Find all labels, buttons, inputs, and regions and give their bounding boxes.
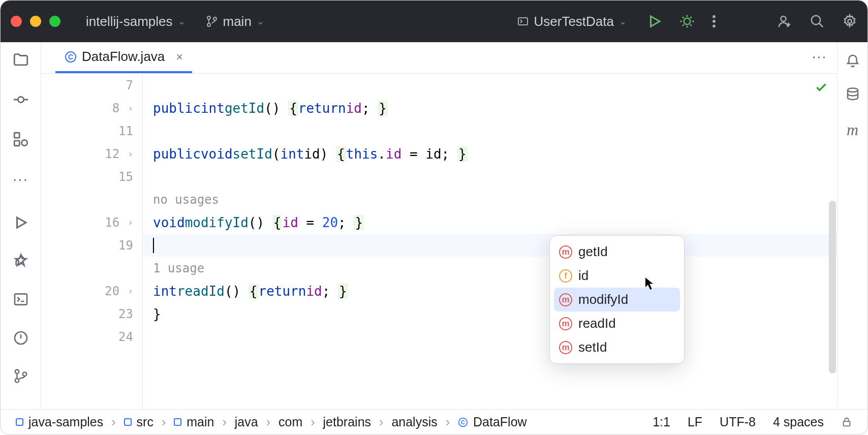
gutter: 7 8› 11 12› 15 16› 19 20› 23 24 — [41, 74, 143, 409]
left-tool-strip: ··· — [1, 42, 41, 409]
build-icon[interactable] — [13, 253, 29, 269]
readonly-icon[interactable] — [841, 417, 852, 428]
line-number: 24 — [118, 330, 133, 344]
svg-point-11 — [18, 97, 23, 102]
vcs-icon[interactable] — [13, 368, 28, 384]
current-line — [143, 234, 837, 257]
line-separator[interactable]: LF — [688, 415, 702, 429]
crumb-label: analysis — [391, 415, 437, 429]
inspection-ok-icon[interactable] — [815, 81, 828, 94]
line-number: 11 — [118, 124, 133, 138]
minimize-window-icon[interactable] — [30, 16, 41, 27]
more-icon[interactable] — [712, 14, 716, 28]
branch-dropdown[interactable]: main ⌄ — [201, 11, 269, 33]
structure-icon[interactable] — [12, 131, 29, 148]
caret-icon — [153, 238, 154, 253]
code-content[interactable]: public int getId() { return id; } public… — [143, 74, 837, 409]
add-user-icon[interactable] — [777, 14, 792, 29]
crumb-label: main — [187, 415, 214, 429]
svg-rect-15 — [15, 294, 27, 304]
right-tool-strip: m — [837, 42, 867, 409]
method-name: modifyId — [185, 215, 249, 230]
keyword: void — [201, 146, 233, 162]
line-number: 19 — [118, 238, 133, 253]
database-icon[interactable] — [845, 87, 860, 102]
run-config-dropdown[interactable]: UserTestData ⌄ — [512, 11, 632, 33]
title-bar: intellij-samples ⌄ main ⌄ UserTestData ⌄ — [1, 1, 867, 42]
popup-item-label: readId — [578, 316, 616, 331]
window-controls — [11, 16, 60, 27]
terminal-icon[interactable] — [13, 291, 29, 307]
fold-icon[interactable]: › — [128, 103, 133, 113]
crumb-label: src — [137, 415, 153, 429]
svg-point-10 — [848, 19, 852, 23]
line-number: 8 — [112, 101, 119, 115]
line-number: 15 — [118, 170, 133, 184]
method-icon: m — [559, 293, 572, 306]
svg-rect-3 — [518, 18, 528, 25]
cursor-position[interactable]: 1:1 — [653, 415, 670, 429]
status-bar: java-samples › src › main › java › com ›… — [1, 409, 867, 434]
svg-text:C: C — [461, 419, 465, 425]
debug-icon[interactable] — [679, 14, 695, 29]
param: id — [304, 146, 320, 162]
field: id — [346, 101, 362, 116]
branch-icon — [206, 15, 218, 27]
run-icon[interactable] — [647, 14, 662, 29]
usage-hint[interactable]: 1 usage — [143, 257, 837, 279]
fold-icon[interactable]: › — [128, 148, 133, 159]
tab-options-icon[interactable]: ⋮ — [811, 50, 828, 66]
maven-icon[interactable]: m — [847, 120, 858, 139]
editor-body[interactable]: 7 8› 11 12› 15 16› 19 20› 23 24 public i… — [41, 74, 837, 409]
project-icon[interactable] — [12, 51, 29, 69]
close-window-icon[interactable] — [11, 16, 22, 27]
svg-point-17 — [15, 370, 19, 374]
method-icon: m — [559, 245, 572, 259]
line-number: 16 — [105, 215, 119, 230]
problems-icon[interactable] — [13, 330, 29, 346]
usage-hint[interactable]: no usages — [143, 188, 837, 211]
editor-area: C DataFlow.java × ⋮ 7 8› 11 12› 15 16› 1… — [41, 42, 837, 409]
project-name-label: intellij-samples — [86, 14, 173, 29]
fold-icon[interactable]: › — [128, 286, 133, 296]
module-icon — [16, 418, 23, 426]
run-tool-icon[interactable] — [13, 215, 28, 230]
svg-rect-12 — [14, 133, 19, 138]
popup-item[interactable]: fid — [550, 264, 684, 288]
method-name: setId — [233, 146, 272, 162]
more-icon[interactable]: ··· — [13, 170, 28, 188]
breadcrumbs[interactable]: java-samples › src › main › java › com ›… — [16, 415, 527, 429]
scrollbar[interactable] — [829, 201, 836, 374]
tab-dataflow[interactable]: C DataFlow.java × — [55, 42, 192, 73]
popup-item-selected[interactable]: mmodifyId — [554, 288, 680, 312]
gear-icon[interactable] — [842, 14, 857, 29]
main-area: ··· C DataFlow.java × ⋮ 7 8› 11 12› 15 1… — [1, 42, 867, 409]
tab-filename-label: DataFlow.java — [82, 49, 165, 65]
crumb-label: jetbrains — [323, 415, 371, 429]
popup-item[interactable]: mreadId — [550, 312, 684, 335]
keyword: public — [153, 101, 201, 116]
line-number: 20 — [105, 284, 119, 298]
crumb-label: DataFlow — [473, 415, 527, 429]
svg-point-18 — [15, 379, 19, 383]
notifications-icon[interactable] — [845, 53, 860, 69]
zoom-window-icon[interactable] — [49, 16, 60, 27]
close-tab-icon[interactable]: × — [176, 50, 183, 64]
file-encoding[interactable]: UTF-8 — [720, 415, 756, 429]
popup-item[interactable]: mgetId — [550, 240, 684, 264]
svg-point-7 — [712, 24, 716, 27]
popup-item[interactable]: msetId — [550, 335, 684, 359]
indent-setting[interactable]: 4 spaces — [773, 415, 824, 429]
type: int — [153, 284, 177, 299]
keyword: return — [259, 284, 306, 299]
svg-point-4 — [684, 18, 691, 25]
keyword: void — [153, 215, 185, 230]
project-dropdown[interactable]: intellij-samples ⌄ — [81, 11, 191, 33]
chevron-down-icon: ⌄ — [178, 16, 185, 27]
popup-item-label: id — [578, 268, 588, 284]
fold-icon[interactable]: › — [128, 217, 133, 228]
commit-icon[interactable] — [12, 91, 29, 108]
popup-item-label: setId — [578, 339, 607, 355]
search-icon[interactable] — [810, 14, 825, 29]
svg-point-0 — [207, 16, 210, 19]
